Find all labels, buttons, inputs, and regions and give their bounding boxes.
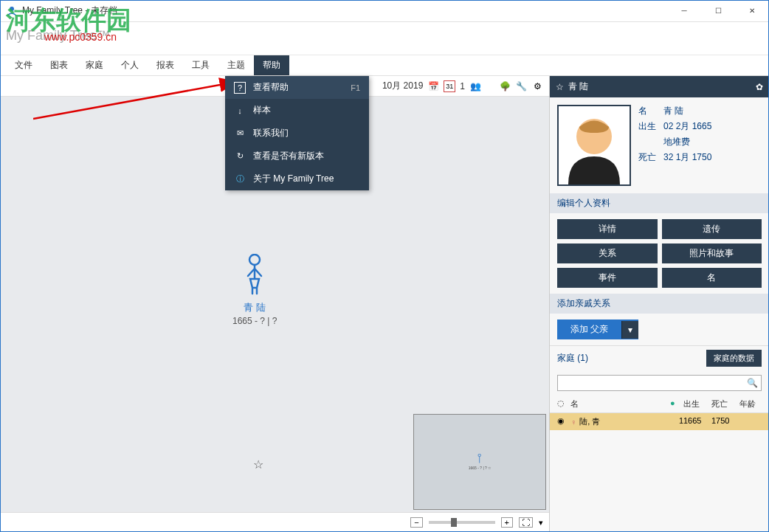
events-button[interactable]: 事件 [557, 268, 658, 288]
menu-chart[interactable]: 图表 [41, 55, 77, 75]
person-female-icon [240, 254, 269, 295]
genetics-button[interactable]: 遗传 [662, 219, 762, 239]
zoom-out-button[interactable]: − [410, 517, 422, 528]
menu-person[interactable]: 个人 [112, 55, 148, 75]
menu-help[interactable]: 帮助 [254, 55, 289, 75]
row-pin: 1 [670, 416, 683, 427]
person-node-name: 青 陆 [232, 301, 277, 314]
avatar[interactable] [557, 105, 631, 186]
names-button[interactable]: 名 [662, 268, 762, 288]
dropdown-check-update[interactable]: ↻ 查看是否有新版本 [225, 145, 369, 167]
mail-icon: ✉ [234, 128, 246, 139]
name-value: 青 陆 [663, 105, 683, 117]
row-name: ♀陆, 青 [570, 416, 670, 427]
calendar-icon[interactable]: 📅 [427, 80, 439, 92]
minimap-person: 1665 - ? | ? ☆ [469, 454, 492, 470]
edit-section-head: 编辑个人资料 [550, 193, 769, 213]
th-radio[interactable]: ◌ [557, 398, 570, 410]
family-search-input[interactable]: 🔍 [557, 375, 762, 391]
fit-button[interactable]: ⛶ [519, 517, 533, 528]
refresh-icon: ↻ [234, 151, 246, 162]
info-icon: ⓘ [234, 173, 246, 185]
svg-point-4 [478, 454, 481, 457]
zoom-slider[interactable] [429, 521, 495, 524]
menu-report[interactable]: 报表 [148, 55, 183, 75]
tools-icon[interactable]: 🔧 [515, 80, 527, 92]
details-button[interactable]: 详情 [557, 219, 658, 239]
menu-family[interactable]: 家庭 [77, 55, 112, 75]
birth-value: 02 2月 1665 [663, 120, 711, 133]
minimap[interactable]: 1665 - ? | ? ☆ [413, 414, 546, 510]
family-data-button[interactable]: 家庭的数据 [706, 350, 762, 367]
dropdown-view-help[interactable]: ? 查看帮助 F1 [225, 76, 369, 99]
minimize-button[interactable]: ─ [667, 0, 701, 22]
add-section-head: 添加亲戚关系 [550, 294, 769, 314]
close-button[interactable]: ✕ [735, 0, 769, 22]
people-icon[interactable]: 👥 [469, 80, 481, 92]
button-grid: 详情 遗传 关系 照片和故事 事件 名 [550, 213, 769, 294]
family-table-header: ◌ 名 ● 出生 死亡 年龄 [550, 395, 769, 413]
star-icon[interactable]: ☆ [253, 457, 263, 471]
add-relative-dropdown[interactable]: ▾ [621, 321, 638, 339]
menubar: 文件 图表 家庭 个人 报表 工具 主题 帮助 [0, 55, 769, 76]
person-node-dates: 1665 - ? | ? [232, 316, 277, 326]
th-died[interactable]: 死亡 [711, 398, 739, 410]
th-pin-icon[interactable]: ● [670, 398, 683, 410]
logo-strip [0, 22, 769, 55]
row-born: 1665 [683, 416, 711, 427]
panel-settings-icon[interactable]: ✿ [756, 82, 763, 92]
photos-button[interactable]: 照片和故事 [662, 243, 762, 263]
death-label: 死亡 [638, 151, 663, 164]
menu-file[interactable]: 文件 [6, 55, 41, 75]
zoom-in-button[interactable]: + [501, 517, 513, 528]
avatar-placeholder-icon [561, 111, 627, 184]
dropdown-samples[interactable]: ↓ 样本 [225, 99, 369, 122]
statusbar: − + ⛶ ▾ [0, 512, 549, 532]
info-rows: 名青 陆 出生02 2月 1665 地堆费 死亡32 1月 1750 [638, 105, 762, 186]
row-died: 1750 [711, 416, 739, 427]
toolbar-count: 1 [460, 81, 465, 91]
window-title: My Family Tree - 未存档 [22, 4, 667, 17]
svg-point-3 [249, 255, 260, 265]
app-logo-text: My Family Tree™ [6, 28, 110, 44]
place-value: 地堆费 [663, 136, 690, 148]
th-born[interactable]: 出生 [683, 398, 711, 410]
row-radio[interactable]: ◉ [557, 416, 570, 427]
tree-icon[interactable]: 🌳 [499, 80, 511, 92]
side-panel: ☆ 青 陆 ✿ 名青 陆 出生02 2月 1665 地堆费 死亡32 1月 17… [549, 76, 769, 532]
family-count-label: 家庭 (1) [557, 352, 588, 365]
menu-tools[interactable]: 工具 [183, 55, 218, 75]
download-icon: ↓ [234, 105, 246, 117]
person-node[interactable]: 青 陆 1665 - ? | ? ☆ [232, 254, 277, 326]
calendar-day-icon[interactable]: 31 [444, 80, 455, 92]
table-row[interactable]: ◉ ♀陆, 青 1 1665 1750 [550, 413, 769, 430]
person-small-icon: ♀ [570, 418, 576, 426]
dropdown-contact[interactable]: ✉ 联系我们 [225, 122, 369, 145]
svg-point-0 [10, 7, 14, 11]
th-name[interactable]: 名 [570, 398, 670, 410]
toolbar-date: 10月 2019 [382, 80, 423, 92]
menu-theme[interactable]: 主题 [218, 55, 254, 75]
gear-icon[interactable]: ⚙ [531, 80, 543, 92]
row-age [739, 416, 762, 427]
family-section-head: 家庭 (1) 家庭的数据 [550, 345, 769, 370]
maximize-button[interactable]: ☐ [701, 0, 735, 22]
add-relative-button[interactable]: 添加 父亲 ▾ [557, 319, 638, 339]
app-icon [6, 5, 18, 17]
panel-title: 青 陆 [568, 80, 588, 93]
help-dropdown: ? 查看帮助 F1 ↓ 样本 ✉ 联系我们 ↻ 查看是否有新版本 ⓘ 关于 My… [225, 76, 369, 190]
th-age[interactable]: 年龄 [739, 398, 762, 410]
panel-header: ☆ 青 陆 ✿ [550, 76, 769, 97]
profile-block: 名青 陆 出生02 2月 1665 地堆费 死亡32 1月 1750 [550, 97, 769, 193]
birth-label: 出生 [638, 120, 663, 133]
favorite-star-icon[interactable]: ☆ [556, 82, 564, 92]
titlebar: My Family Tree - 未存档 ─ ☐ ✕ [0, 0, 769, 22]
name-label: 名 [638, 105, 663, 117]
dropdown-about[interactable]: ⓘ 关于 My Family Tree [225, 167, 369, 190]
relations-button[interactable]: 关系 [557, 243, 658, 263]
death-value: 32 1月 1750 [663, 151, 711, 164]
expand-button[interactable]: ▾ [539, 518, 543, 528]
search-icon: 🔍 [747, 378, 758, 388]
help-icon: ? [234, 82, 246, 94]
